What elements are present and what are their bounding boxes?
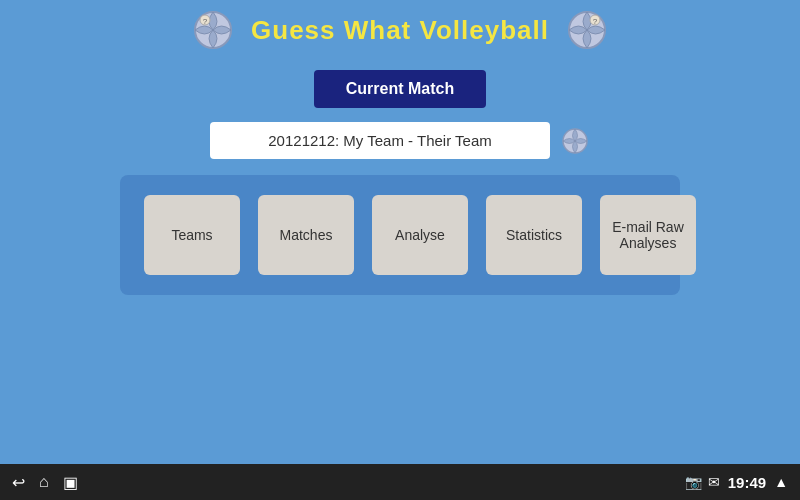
recents-icon[interactable]: ▣ [63,473,78,492]
current-match-button[interactable]: Current Match [314,70,486,108]
analyse-button[interactable]: Analyse [372,195,468,275]
status-time: 19:49 [728,474,766,491]
nav-panel: Teams Matches Analyse Statistics E-mail … [120,175,680,295]
volleyball-small-icon [560,126,590,156]
match-display: 20121212: My Team - Their Team [210,122,550,159]
email-raw-analyses-button[interactable]: E-mail RawAnalyses [600,195,696,275]
matches-button[interactable]: Matches [258,195,354,275]
volleyball-icon-right: ? [565,8,609,52]
status-bar-left: ↩ ⌂ ▣ [12,473,78,492]
status-bar: ↩ ⌂ ▣ 📷 ✉ 19:49 ▲ [0,464,800,500]
app-title: Guess What Volleyball [251,15,549,46]
back-icon[interactable]: ↩ [12,473,25,492]
svg-text:?: ? [203,17,208,26]
email-icon: ✉ [708,474,720,490]
volleyball-icon-left: ? [191,8,235,52]
main-content: Current Match 20121212: My Team - Their … [0,60,800,464]
home-icon[interactable]: ⌂ [39,473,49,491]
wifi-icon: ▲ [774,474,788,490]
screenshot-icon: 📷 [685,474,702,490]
match-row: 20121212: My Team - Their Team [210,122,590,159]
teams-button[interactable]: Teams [144,195,240,275]
status-bar-right: 📷 ✉ 19:49 ▲ [685,474,788,491]
status-system-icons: 📷 ✉ [685,474,720,490]
header: ? Guess What Volleyball ? [0,0,800,60]
statistics-button[interactable]: Statistics [486,195,582,275]
svg-text:?: ? [593,17,598,26]
